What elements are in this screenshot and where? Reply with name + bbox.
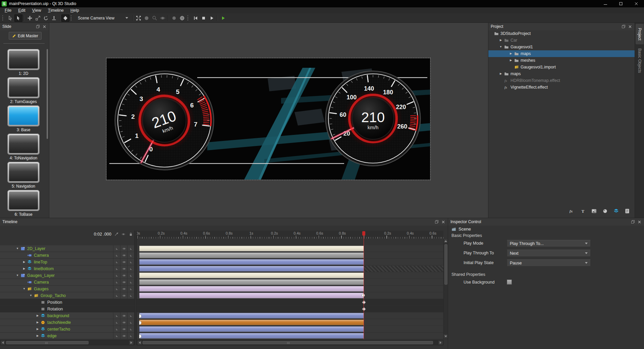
float-panel-icon[interactable] — [621, 24, 626, 29]
shy-toggle-icon[interactable] — [113, 326, 120, 333]
lock-toggle-icon[interactable] — [127, 252, 135, 259]
timeline-row-label-cell[interactable]: Camera — [0, 252, 134, 259]
float-panel-icon[interactable] — [434, 219, 439, 224]
timeline-track[interactable] — [137, 286, 443, 292]
timeline-track[interactable] — [137, 292, 443, 299]
slide-item[interactable]: 2: TurnGauges — [0, 77, 47, 104]
fit-selected-button[interactable] — [135, 14, 143, 22]
material-library-button[interactable] — [601, 207, 609, 215]
timeline-track[interactable] — [137, 306, 443, 312]
visibility-toggle-icon[interactable] — [120, 259, 127, 265]
project-tree-item[interactable]: fxHDRBloomTonemap.effect — [488, 77, 635, 84]
shy-toggle-icon[interactable] — [113, 319, 120, 326]
close-panel-icon[interactable] — [441, 219, 445, 224]
field-dropdown-initial-play-state[interactable]: Pause — [507, 259, 591, 266]
timeline-row[interactable]: Camera — [0, 279, 448, 286]
timeline-row[interactable]: Camera — [0, 252, 448, 259]
dock-tab-basic-objects[interactable]: Basic Objects — [636, 44, 644, 77]
lock-toggle-icon[interactable] — [127, 286, 135, 292]
scale-tool[interactable] — [34, 14, 42, 22]
visibility-toggle-icon[interactable] — [120, 292, 127, 299]
lock-toggle-icon[interactable] — [129, 232, 133, 236]
close-panel-icon[interactable] — [637, 219, 642, 224]
scroll-right-icon[interactable] — [129, 341, 133, 345]
shy-toggle-icon[interactable] — [113, 286, 120, 292]
visibility-toggle-icon[interactable] — [120, 312, 127, 319]
timeline-track[interactable] — [137, 272, 443, 279]
zoom-tool[interactable] — [151, 14, 159, 22]
slide-thumbnail[interactable] — [7, 105, 40, 127]
visibility-toggle-icon[interactable] — [120, 319, 127, 326]
timeline-row-label-cell[interactable]: ▼Group_Tacho — [0, 292, 134, 299]
rewind-button[interactable] — [192, 14, 200, 22]
track-time-bar[interactable] — [139, 272, 364, 278]
visibility-toggle-icon[interactable] — [120, 252, 127, 259]
timeline-ruler[interactable]: 0s0.2s0.4s0.6s0.8s1s0.2s0.4s0.6s0.8s0.2s… — [137, 231, 443, 239]
track-time-bar[interactable] — [139, 259, 364, 265]
maximize-button[interactable] — [613, 0, 629, 7]
timeline-track[interactable] — [137, 326, 443, 333]
slide-item[interactable]: 1: 2D — [0, 49, 47, 76]
rotate-tool[interactable] — [42, 14, 50, 22]
track-time-bar[interactable] — [139, 286, 364, 292]
scroll-left-icon[interactable] — [1, 341, 5, 345]
slide-item[interactable]: 6: ToBase — [0, 190, 47, 217]
lock-toggle-icon[interactable] — [127, 279, 135, 286]
slide-thumbnail[interactable] — [7, 134, 40, 155]
lock-toggle-icon[interactable] — [127, 312, 135, 319]
track-time-bar[interactable] — [139, 252, 364, 258]
track-time-bar[interactable] — [139, 319, 364, 325]
timeline-row-label-cell[interactable]: ▼Gauges — [0, 286, 134, 292]
timeline-row[interactable]: ▼Group_Tacho — [0, 292, 448, 299]
project-tree-item[interactable]: ▶maps — [488, 50, 635, 57]
slide-scrollbar[interactable] — [47, 49, 48, 139]
project-tree-item[interactable]: fxVignetteEffect.effect — [488, 84, 635, 91]
edit-master-button[interactable]: Edit Master — [9, 32, 42, 40]
keyframe-diamond-marker[interactable] — [362, 300, 366, 304]
expander-right-icon[interactable]: ▶ — [22, 259, 26, 265]
stop-button[interactable] — [200, 14, 208, 22]
expander-right-icon[interactable]: ▶ — [36, 333, 39, 339]
float-panel-icon[interactable] — [631, 219, 635, 224]
close-panel-icon[interactable] — [628, 24, 632, 29]
track-time-bar[interactable] — [139, 326, 364, 332]
expander-down-icon[interactable]: ▼ — [16, 272, 19, 279]
menu-item-timeline[interactable]: Timeline — [45, 7, 67, 13]
behavior-library-button[interactable] — [623, 207, 631, 215]
timeline-track[interactable] — [137, 259, 443, 265]
timeline-row-label-cell[interactable]: Rotation — [0, 306, 134, 312]
effect-library-button[interactable]: fx — [568, 207, 576, 215]
timeline-row-label-cell[interactable]: ▶lineBottom — [0, 265, 134, 272]
track-time-bar[interactable] — [139, 333, 364, 339]
timeline-row-label-cell[interactable]: ▼2D_Layer — [0, 245, 134, 252]
expander-right-icon[interactable]: ▶ — [499, 37, 502, 44]
timeline-row[interactable]: ▼Gauges — [0, 286, 448, 292]
shy-toggle-icon[interactable] — [113, 259, 120, 265]
track-horizontal-scrollbar[interactable] — [137, 340, 443, 345]
visibility-toggle-icon[interactable] — [120, 286, 127, 292]
select-item-tool[interactable] — [6, 14, 14, 22]
lock-toggle-icon[interactable] — [127, 319, 135, 326]
timeline-track[interactable] — [137, 333, 443, 339]
expander-right-icon[interactable]: ▶ — [36, 312, 39, 319]
expander-right-icon[interactable]: ▶ — [36, 326, 39, 333]
slide-thumbnail[interactable] — [7, 49, 40, 70]
orientation-toggle[interactable] — [50, 14, 58, 22]
slide-item[interactable]: 3: Base — [0, 105, 47, 132]
shy-toggle-icon[interactable] — [113, 312, 120, 319]
menu-item-view[interactable]: View — [29, 7, 45, 13]
scroll-up-icon[interactable] — [444, 239, 447, 243]
timeline-row[interactable]: ▶centerTacho — [0, 326, 448, 333]
expander-down-icon[interactable]: ▼ — [16, 245, 19, 252]
playhead-time-display[interactable]: 0:02 .000 — [94, 232, 111, 237]
timeline-row-label-cell[interactable]: ▶centerTacho — [0, 326, 134, 333]
camera-view-dropdown[interactable]: Scene Camera View — [75, 15, 130, 21]
visibility-toggle-icon[interactable] — [120, 245, 127, 252]
image-library-button[interactable] — [590, 207, 598, 215]
timeline-row[interactable]: ▶lineBottom — [0, 265, 448, 272]
viewport[interactable]: 01234567210km/h2060100140180220260210km/… — [49, 23, 488, 218]
lock-toggle-icon[interactable] — [127, 333, 135, 339]
lock-toggle-icon[interactable] — [127, 292, 135, 299]
timeline-row-label-cell[interactable]: ▶background — [0, 312, 134, 319]
track-time-bar[interactable] — [139, 279, 364, 285]
